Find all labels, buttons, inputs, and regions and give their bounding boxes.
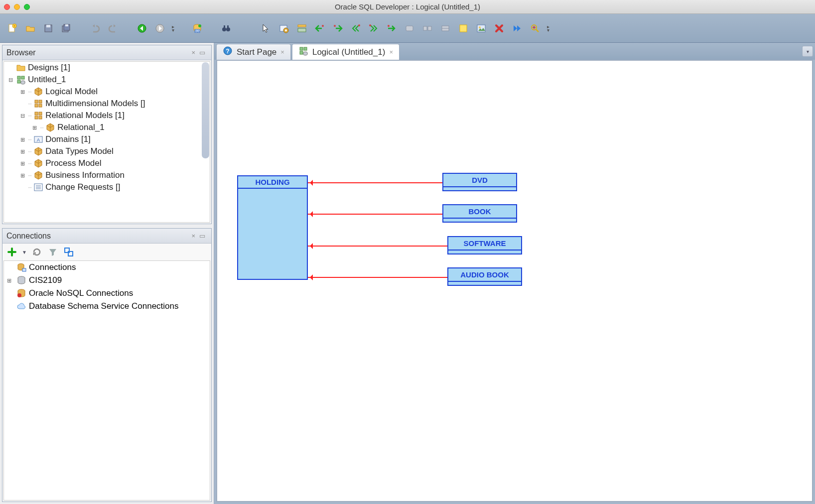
tree-item-label: Change Requests [] <box>45 182 120 192</box>
tree-item-label: Relational_1 <box>57 123 105 132</box>
nav-left-green-button[interactable] <box>312 21 327 36</box>
tree-item[interactable]: ⊞····ADomains [1] <box>4 133 210 145</box>
nav-end-button[interactable] <box>384 21 399 36</box>
svg-rect-42 <box>39 104 42 107</box>
editor-tab[interactable]: Logical (Untitled_1)× <box>292 44 400 60</box>
undo-button[interactable] <box>88 21 103 36</box>
redo-button[interactable] <box>106 21 121 36</box>
svg-rect-15 <box>224 25 225 28</box>
connection-item[interactable]: Connections <box>4 261 210 274</box>
binoculars-button[interactable] <box>219 21 234 36</box>
connection-item[interactable]: Oracle NoSQL Connections <box>4 287 210 300</box>
nav-right-green-button[interactable] <box>330 21 345 36</box>
nav-skip-right-button[interactable] <box>366 21 381 36</box>
back-button[interactable] <box>135 21 149 36</box>
editor-tab[interactable]: ?Start Page× <box>216 44 291 60</box>
refresh-button[interactable] <box>30 246 43 258</box>
expander-icon[interactable]: ⊞ <box>19 136 26 143</box>
browser-tree[interactable]: Designs [1]⊟Untitled_1⊞····Logical Model… <box>3 61 210 223</box>
save-button[interactable] <box>41 21 56 36</box>
dropdown-caret[interactable]: ▼ <box>21 246 27 258</box>
expander-icon[interactable]: ⊟ <box>7 77 14 83</box>
db-conn-icon <box>16 262 27 272</box>
tree-item[interactable]: ⊞····Business Information <box>4 169 210 181</box>
forward-button[interactable] <box>152 21 167 36</box>
rect-gray2-button[interactable] <box>420 21 435 36</box>
zoom-button[interactable] <box>528 21 543 36</box>
cube-icon <box>33 170 43 180</box>
svg-rect-40 <box>39 100 42 103</box>
sql-button[interactable]: SQL <box>190 21 205 36</box>
tree-item[interactable]: ⊟Untitled_1 <box>4 74 210 86</box>
connection-item-label: CIS2109 <box>29 275 62 285</box>
link-button[interactable] <box>62 246 75 258</box>
tree-item[interactable]: ⊞····Relational_1 <box>4 122 210 133</box>
svg-rect-3 <box>46 25 50 27</box>
tree-item-label: Untitled_1 <box>28 75 66 85</box>
new-file-button[interactable] <box>5 21 20 36</box>
save-all-button[interactable] <box>59 21 74 36</box>
delete-red-button[interactable] <box>492 21 507 36</box>
cursor-button[interactable] <box>259 21 273 36</box>
entity-audio-book[interactable]: AUDIO BOOK <box>447 267 522 286</box>
rect-gray3-button[interactable] <box>438 21 453 36</box>
nav-skip-left-button[interactable] <box>348 21 363 36</box>
expander-icon[interactable]: ⊞ <box>7 277 14 284</box>
toolbar-overflow[interactable]: ▸▾ <box>545 25 551 32</box>
tree-item[interactable]: ⊞····Process Model <box>4 157 210 169</box>
filter-button[interactable] <box>46 246 59 258</box>
tab-close-button[interactable]: × <box>389 48 393 56</box>
relationship-arrow[interactable] <box>308 246 447 247</box>
entity-book[interactable]: BOOK <box>442 204 517 223</box>
diagram-canvas[interactable]: HOLDINGDVDBOOKSOFTWAREAUDIO BOOK <box>216 60 813 502</box>
svg-point-33 <box>479 26 481 28</box>
entity-software[interactable]: SOFTWARE <box>447 236 522 254</box>
tree-item[interactable]: ····Multidimensional Models [] <box>4 98 210 110</box>
run-gear-button[interactable] <box>276 21 291 36</box>
expander-icon[interactable]: ⊟ <box>19 113 26 119</box>
entity-dvd[interactable]: DVD <box>442 173 517 191</box>
relationship-arrow[interactable] <box>308 182 442 183</box>
fast-forward-blue-button[interactable] <box>510 21 525 36</box>
rect-gray-button[interactable] <box>402 21 417 36</box>
tab-close-button[interactable]: × <box>280 48 284 56</box>
connection-item[interactable]: ⊞CIS2109 <box>4 274 210 287</box>
tree-item[interactable]: ⊞····Data Types Model <box>4 145 210 157</box>
cube-icon <box>33 158 43 168</box>
expander-icon[interactable]: ⊞ <box>31 125 38 131</box>
connections-list[interactable]: Connections⊞CIS2109Oracle NoSQL Connecti… <box>3 260 210 501</box>
relationship-arrow[interactable] <box>308 214 442 215</box>
tree-item-label: Data Types Model <box>45 146 114 156</box>
relationship-arrow[interactable] <box>308 277 447 278</box>
expander-icon[interactable]: ⊞ <box>19 172 26 179</box>
scrollbar[interactable] <box>202 62 209 158</box>
entity-holding[interactable]: HOLDING <box>237 175 308 280</box>
expander-icon[interactable]: ⊞ <box>19 89 26 95</box>
db-grid-icon <box>16 75 26 85</box>
browser-close-button[interactable]: × <box>189 49 197 56</box>
toolbar-overflow[interactable]: ▸▾ <box>170 25 176 32</box>
tab-overflow-button[interactable]: ▾ <box>802 46 813 57</box>
svg-rect-31 <box>460 25 467 32</box>
toggle-view-button[interactable] <box>294 21 309 36</box>
expander-icon[interactable]: ⊞ <box>19 148 26 155</box>
svg-rect-39 <box>35 100 38 103</box>
svg-point-25 <box>369 24 371 26</box>
connections-panel-title: Connections <box>6 232 51 241</box>
svg-rect-59 <box>300 47 303 50</box>
entity-title: AUDIO BOOK <box>448 268 521 282</box>
connections-close-button[interactable]: × <box>189 232 197 240</box>
svg-rect-41 <box>35 104 38 107</box>
image-button[interactable] <box>474 21 489 36</box>
tree-item[interactable]: ····Change Requests [] <box>4 181 210 193</box>
connection-item[interactable]: Database Schema Service Connections <box>4 300 210 313</box>
open-folder-button[interactable] <box>23 21 38 36</box>
browser-minimize-button[interactable]: ▭ <box>197 49 207 56</box>
new-connection-button[interactable] <box>5 246 18 258</box>
tree-item[interactable]: ⊟····Relational Models [1] <box>4 110 210 122</box>
note-yellow-button[interactable] <box>456 21 471 36</box>
expander-icon[interactable]: ⊞ <box>19 160 26 167</box>
tree-item[interactable]: ⊞····Logical Model <box>4 86 210 98</box>
connections-minimize-button[interactable]: ▭ <box>197 232 207 240</box>
tree-item[interactable]: Designs [1] <box>4 62 210 74</box>
